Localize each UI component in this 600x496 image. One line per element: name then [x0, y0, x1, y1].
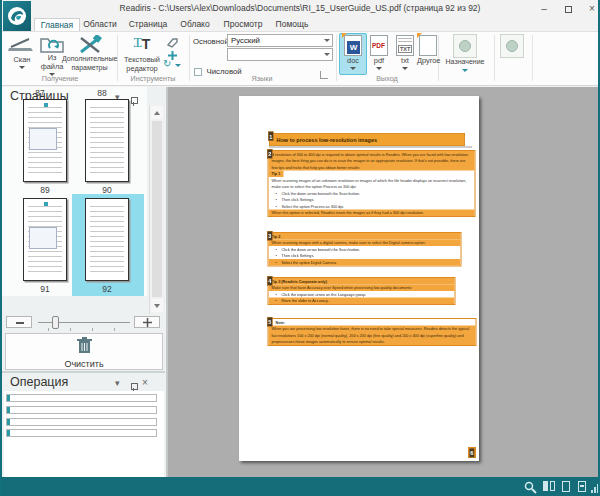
clear-label: Очистить [6, 359, 162, 369]
thumbnail-page-90[interactable]: 90 [76, 99, 138, 195]
zoom-out-button[interactable] [6, 316, 32, 328]
add-zone-button[interactable] [167, 47, 179, 58]
status-bar [2, 477, 598, 496]
doc-dropdown-icon [350, 67, 356, 70]
readiris-window: Readiris - C:\Users\Alex\Downloads\Docum… [0, 0, 600, 496]
advanced-settings-label: Дополнительные параметры [62, 55, 117, 73]
blank-page-icon [419, 35, 437, 56]
numeric-checkbox[interactable]: Числовой [194, 62, 242, 72]
tab-oblako[interactable]: Облако [176, 18, 214, 31]
scroll-up-button[interactable] [151, 106, 163, 119]
output-txt-button[interactable]: TXT txt [395, 35, 415, 75]
zone-badge: 6 [469, 448, 475, 458]
thumbnail-page-91[interactable]: 91 [14, 198, 76, 294]
pages-scrollbar[interactable] [149, 105, 163, 314]
doc-label: doc [343, 56, 363, 65]
tab-glavnaya[interactable]: Главная [34, 18, 80, 31]
maximize-button[interactable] [560, 3, 576, 16]
ocr-zone-4[interactable]: 4 Tip 3 (Readiris Corporate only) Make s… [268, 277, 456, 305]
operation-panel-menu-icon[interactable]: ▾ [115, 379, 120, 388]
zoom-level-grip-icon[interactable] [591, 480, 600, 493]
rotate-button[interactable]: ↻ [163, 58, 185, 70]
main-language-label: Основной [193, 37, 229, 46]
readiris-logo-icon[interactable] [3, 1, 31, 31]
text-editor-label: Текстовый редактор [120, 55, 164, 74]
page-88-label: 88 [92, 88, 112, 98]
combo-arrow-icon [324, 39, 330, 42]
minus-icon [16, 322, 24, 324]
operation-panel-close-icon[interactable]: × [142, 378, 148, 387]
page-87-label: 87 [30, 88, 50, 98]
progress-bar [6, 394, 157, 402]
other-label: Другое [417, 56, 439, 65]
zone-badge: 3 [267, 231, 273, 241]
ribbon-tab-row: Главная Области Страница Облако Просмотр… [2, 18, 598, 32]
secondary-language-select[interactable] [227, 48, 333, 61]
fit-page-view-icon[interactable] [576, 480, 589, 493]
heading-rule [269, 147, 472, 148]
ocr-zone-6-page-number[interactable]: 6 [468, 447, 476, 458]
zone-badge: 2 [267, 149, 273, 159]
scan-dropdown-icon [19, 66, 25, 69]
zone-text: When scanning images of an unknown resol… [269, 177, 475, 190]
ocr-zone-title[interactable]: 1 How to process low-resolution images [269, 133, 465, 146]
zone-bullet: Select the option Digital Camera. [269, 259, 461, 266]
operation-panel-title: Операция [10, 375, 68, 389]
window-title: Readiris - C:\Users\Alex\Downloads\Docum… [2, 3, 598, 13]
destination-button[interactable]: Назначение [440, 34, 490, 80]
ocr-zone-3[interactable]: 3 Tip 2 When scanning images with a digi… [268, 232, 462, 267]
search-zoom-icon[interactable] [524, 480, 537, 493]
combo-arrow-icon [324, 53, 330, 56]
close-button[interactable]: × [584, 3, 600, 16]
output-pdf-button[interactable]: PDF pdf [369, 35, 389, 75]
zone-bullet: Move the slider to Accuracy. [269, 298, 455, 305]
progress-bar [6, 429, 157, 437]
operation-panel-body [4, 391, 164, 477]
document-view[interactable]: 1 How to process low-resolution images 2… [168, 87, 600, 477]
ocr-zone-5[interactable]: 5 Note: When you are processing low-reso… [268, 318, 477, 346]
languages-group-label: Языки [202, 74, 322, 83]
thumbnail-zoom-slider-thumb[interactable] [52, 316, 59, 329]
pdf-label: pdf [369, 56, 389, 65]
acquisition-group-label: Получение [12, 74, 108, 83]
zone-badge: 1 [268, 132, 274, 142]
ribbon: Скан Из файла Дополнительные параметры П… [2, 32, 598, 86]
document-page[interactable]: 1 How to process low-resolution images 2… [239, 96, 479, 461]
title-bar: Readiris - C:\Users\Alex\Downloads\Docum… [2, 0, 598, 18]
thumbnails-view-icon[interactable] [543, 480, 556, 493]
zoom-in-button[interactable] [134, 316, 160, 328]
extra-destination-button[interactable] [500, 34, 524, 58]
zone-text: A resolution of 300 to 400 dpi is requir… [269, 151, 475, 171]
tools-group-label: Инструменты [120, 74, 186, 83]
scrollbar-thumb[interactable] [152, 121, 162, 297]
output-group-label: Выход [338, 74, 436, 83]
tab-pomosch[interactable]: Помощь [272, 18, 312, 31]
text-editor-icon: ꞮT [120, 35, 164, 55]
scroll-down-button[interactable] [151, 299, 163, 312]
main-language-select[interactable]: Русский [227, 34, 333, 47]
thumbnail-page-92-selected[interactable]: 92 [76, 198, 138, 294]
tab-stranitsa[interactable]: Страница [126, 18, 170, 31]
scan-label: Скан [8, 55, 36, 64]
tab-oblasti[interactable]: Области [82, 18, 118, 31]
output-doc-button[interactable]: W doc [343, 35, 363, 75]
eraser-button[interactable] [165, 34, 181, 46]
thumbnail-label: 89 [14, 185, 76, 195]
output-other-button[interactable]: Другое [417, 35, 439, 75]
rotate-icon: ↻ [163, 58, 171, 69]
zone-badge: 5 [267, 317, 273, 327]
minimize-button[interactable]: – [536, 3, 552, 16]
doc-heading: How to process low-resolution images [277, 137, 378, 143]
single-page-view-icon[interactable] [560, 480, 573, 493]
checkbox-icon [194, 68, 202, 76]
thumbnail-page-89[interactable]: 89 [14, 99, 76, 195]
pdf-dropdown-icon [376, 67, 382, 70]
txt-label: txt [395, 56, 415, 65]
trash-icon [76, 336, 93, 354]
tab-prosmotr[interactable]: Просмотр [220, 18, 266, 31]
thumbnail-label: 90 [76, 185, 138, 195]
thumb-decoration [44, 202, 48, 206]
zone-bullet: Select the option Process as 300 dpi. [269, 203, 475, 210]
clear-button[interactable]: Очистить [5, 333, 163, 370]
ocr-zone-2[interactable]: 2 A resolution of 300 to 400 dpi is requ… [268, 150, 476, 217]
